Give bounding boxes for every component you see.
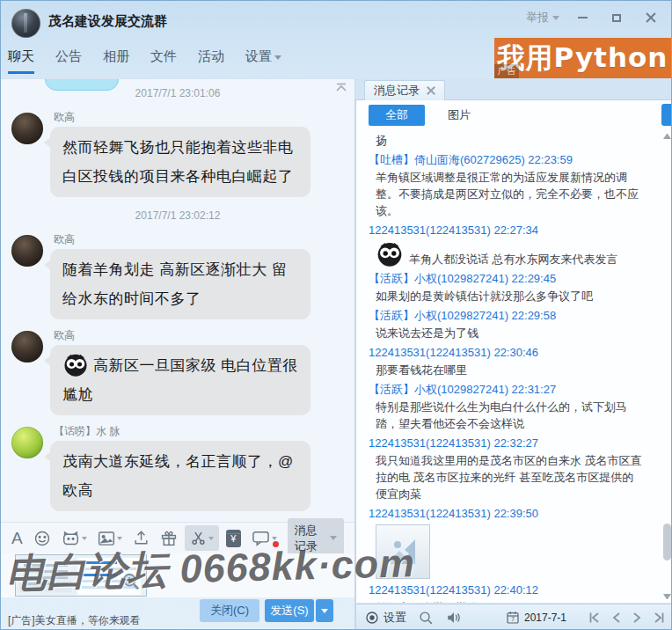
- record-header[interactable]: 122413531(122413531) 22:39:50: [369, 505, 661, 522]
- ad-tag: 广告: [494, 64, 519, 78]
- filter-all[interactable]: 全部: [369, 105, 425, 126]
- custom-emote-caret-icon: [82, 537, 87, 540]
- record-partial-text: 扬: [369, 132, 661, 149]
- font-style-button[interactable]: A: [11, 529, 23, 548]
- send-image-button[interactable]: [98, 531, 122, 546]
- group-avatar[interactable]: [11, 9, 40, 38]
- message-input[interactable]: [1, 553, 355, 597]
- message-bubble[interactable]: 高新区一旦国家级 电白位置很尴尬: [50, 345, 310, 415]
- avatar[interactable]: [11, 113, 43, 144]
- record-body: 羊角实验小学同学群: [369, 599, 643, 603]
- message-list[interactable]: 2017/7/1 23:01:06 欧高 然而轻舞飞扬也只能抱着这些非电白区投钱…: [1, 78, 355, 522]
- tab-album[interactable]: 相册: [103, 43, 129, 77]
- maximize-button[interactable]: [605, 9, 628, 26]
- record-body: 那要看钱花在哪里: [369, 362, 643, 378]
- close-records-icon[interactable]: [427, 86, 435, 95]
- send-caret-icon: [321, 609, 328, 613]
- message-alert-icon: [252, 531, 270, 546]
- owl-emoji: [376, 239, 404, 267]
- send-options-button[interactable]: [316, 599, 333, 622]
- message-records-panel: 消息记录 全部 图片 扬 【吐槽】倚山面海(602729625) 22:23:5…: [355, 78, 672, 630]
- record-header[interactable]: 122413531(122413531) 22:40:12: [369, 582, 661, 598]
- magnifier-icon: [121, 572, 141, 591]
- records-sound-button[interactable]: [446, 611, 462, 625]
- record-header[interactable]: 122413531(122413531) 22:27:34: [369, 222, 661, 238]
- record-body: 特别是那些说什么生为电白什么什么的，试下划马踏，望夫看他还会不会这样说: [369, 399, 643, 432]
- report-caret-icon: [552, 16, 559, 20]
- send-file-button[interactable]: [133, 530, 150, 546]
- records-date-picker[interactable]: 7 2017-7-1: [506, 611, 566, 625]
- send-button[interactable]: 发送(S): [265, 599, 314, 622]
- message-row: 欧高 随着羊角划走 高新区逐渐壮大 留给水东的时间不多了: [1, 228, 354, 324]
- collapse-chat-icon[interactable]: [334, 83, 348, 95]
- records-settings-button[interactable]: 设置: [365, 610, 406, 626]
- clipped-outgoing-bubble: [45, 78, 119, 91]
- avatar[interactable]: [11, 235, 43, 267]
- message-alert-button[interactable]: [252, 531, 277, 546]
- titlebar: 茂名建设发展交流群 举报: [1, 1, 672, 41]
- minimize-button[interactable]: [571, 9, 594, 26]
- tab-files[interactable]: 文件: [150, 43, 177, 77]
- custom-emote-button[interactable]: [62, 530, 87, 546]
- first-page-icon[interactable]: [589, 612, 601, 624]
- record-body: 说来说去还是为了钱: [369, 325, 643, 341]
- ad-banner-text: 我用Python: [498, 40, 668, 77]
- pasted-screenshot-thumbnail[interactable]: [15, 554, 147, 597]
- tab-chat[interactable]: 聊天: [8, 43, 34, 77]
- tab-activity[interactable]: 活动: [198, 43, 224, 77]
- records-tab[interactable]: 消息记录: [364, 80, 445, 100]
- close-icon: [646, 12, 656, 23]
- ad-status-text[interactable]: [广告]美女直播，等你来观看: [8, 613, 141, 628]
- upload-icon: [133, 530, 150, 546]
- message-row: 欧高 然而轻舞飞扬也只能抱着这些非电白区投钱的项目来各种电白崛起了: [1, 106, 354, 201]
- emoji-button[interactable]: [33, 530, 51, 547]
- record-body: 如果划的是黄岭镇估计就没那么多争议了吧: [369, 288, 643, 304]
- chat-footer: [广告]美女直播，等你来观看 关闭(C) 发送(S): [1, 597, 355, 630]
- qq-group-chat-window: 茂名建设发展交流群 举报 聊天 公告 相册 文件 活动 设置 我用Python …: [0, 0, 672, 630]
- record-header[interactable]: 【活跃】小权(1029827241) 22:29:45: [369, 270, 661, 287]
- next-page-icon[interactable]: [632, 612, 641, 624]
- record-header[interactable]: 【活跃】小权(1029827241) 22:31:27: [369, 381, 661, 398]
- search-icon: [419, 611, 434, 626]
- report-button[interactable]: 举报: [526, 10, 559, 26]
- last-page-icon[interactable]: [653, 612, 664, 624]
- prev-page-icon[interactable]: [612, 612, 621, 624]
- message-row: 欧高 高新区一旦国家级 电白位置很尴尬: [1, 324, 354, 420]
- filter-images[interactable]: 图片: [448, 105, 471, 126]
- record-header[interactable]: 【吐槽】倚山面海(602729625) 22:23:59: [369, 151, 661, 168]
- records-list[interactable]: 扬 【吐槽】倚山面海(602729625) 22:23:59 羊角镇区域调整是很…: [356, 130, 661, 603]
- message-bubble[interactable]: 茂南大道东延线，名正言顺了，@欧高: [50, 441, 310, 511]
- sender-name: 欧高: [54, 110, 344, 123]
- tab-announcement[interactable]: 公告: [55, 43, 82, 77]
- red-packet-button[interactable]: ¥: [226, 530, 241, 547]
- screenshot-caret-icon: [208, 537, 214, 540]
- message-bubble[interactable]: 随着羊角划走 高新区逐渐壮大 留给水东的时间不多了: [50, 249, 310, 319]
- close-button[interactable]: [639, 9, 662, 26]
- message-bubble[interactable]: 然而轻舞飞扬也只能抱着这些非电白区投钱的项目来各种电白崛起了: [50, 127, 310, 197]
- calendar-icon: 7: [506, 611, 520, 625]
- screenshot-button[interactable]: [185, 525, 219, 551]
- tab-settings[interactable]: 设置: [245, 43, 281, 77]
- avatar[interactable]: [11, 331, 43, 363]
- message-row: 【话唠】水 脉 茂南大道东延线，名正言顺了，@欧高: [1, 420, 354, 516]
- message-history-button[interactable]: 消息记录: [288, 518, 344, 559]
- records-search-button[interactable]: [419, 611, 434, 626]
- scroll-up-icon[interactable]: [663, 134, 671, 139]
- sender-name: 【话唠】水 脉: [54, 424, 344, 437]
- record-header[interactable]: 122413531(122413531) 22:30:46: [369, 344, 661, 361]
- close-chat-button[interactable]: 关闭(C): [200, 599, 259, 622]
- avatar[interactable]: [11, 427, 43, 458]
- record-image-thumbnail[interactable]: [376, 524, 430, 579]
- records-bottom-bar: 设置 7 2017-7-1: [355, 604, 672, 630]
- gift-button[interactable]: [160, 530, 178, 546]
- chat-panel: 2017/7/1 23:01:06 欧高 然而轻舞飞扬也只能抱着这些非电白区投钱…: [1, 78, 355, 630]
- tab-bar: 聊天 公告 相册 文件 活动 设置: [1, 41, 303, 78]
- record-header[interactable]: 【活跃】小权(1029827241) 22:29:58: [369, 307, 661, 324]
- scrollbar-thumb[interactable]: [663, 524, 671, 560]
- clipped-blue-button[interactable]: [661, 104, 672, 126]
- records-scrollbar[interactable]: [662, 132, 672, 601]
- scroll-down-icon[interactable]: [663, 594, 671, 599]
- ad-banner[interactable]: 我用Python 广告: [494, 38, 671, 78]
- sender-name: 欧高: [54, 232, 344, 245]
- record-header[interactable]: 122413531(122413531) 22:32:27: [369, 435, 661, 451]
